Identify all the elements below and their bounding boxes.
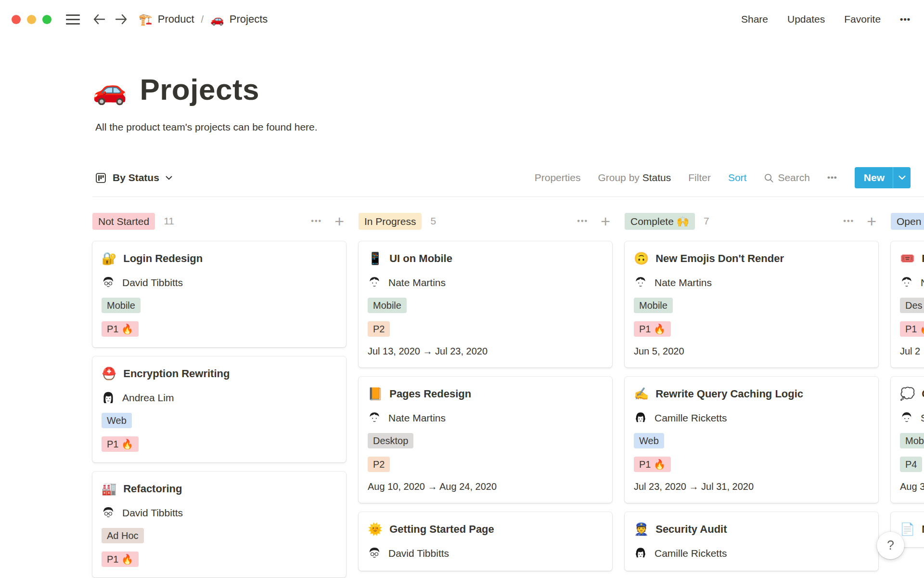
card-title-row: 📙Pages Redesign bbox=[368, 386, 603, 401]
card-title-text: N bbox=[922, 522, 924, 537]
toolbar-more-icon[interactable]: ••• bbox=[827, 173, 837, 183]
page-title: Projects bbox=[140, 71, 259, 108]
card-date-range: Jul 13, 2020 → Jul 23, 2020 bbox=[368, 346, 603, 357]
page-icon-car-emoji[interactable]: 🚗 bbox=[92, 76, 127, 104]
filter-button[interactable]: Filter bbox=[688, 172, 711, 184]
forward-arrow-icon[interactable] bbox=[115, 13, 128, 26]
search-label: Search bbox=[778, 172, 810, 184]
card-title-text: Pages Redesign bbox=[389, 386, 471, 401]
david-avatar bbox=[368, 547, 381, 560]
card-tag: P1 🔥 bbox=[900, 321, 924, 337]
column-cards: 🔐Login RedesignDavid TibbittsMobileP1 🔥⛑… bbox=[92, 241, 346, 578]
column-more-icon[interactable]: ••• bbox=[577, 217, 588, 225]
view-switcher[interactable]: By Status bbox=[95, 172, 172, 184]
card-assignee: N bbox=[900, 276, 924, 289]
project-card[interactable]: ⛑️Encryption RewritingAndrea LimWebP1 🔥 bbox=[92, 356, 346, 462]
card-tag-row: P1 🔥 bbox=[102, 543, 337, 567]
column-header: Open•••+ bbox=[891, 212, 924, 230]
assignee-name: Nate Martins bbox=[388, 412, 446, 424]
project-card[interactable]: 💭CSMobP4Aug 3 bbox=[891, 377, 924, 503]
column-cards: 🙃New Emojis Don't RenderNate MartinsMobi… bbox=[625, 241, 878, 571]
traffic-lights bbox=[12, 15, 51, 24]
column-add-card-icon[interactable]: + bbox=[334, 214, 344, 228]
project-card[interactable]: 👮Security AuditCamille Ricketts bbox=[625, 512, 878, 571]
card-tag-row: P1 🔥 bbox=[634, 313, 869, 337]
nate-avatar bbox=[368, 411, 381, 425]
sidebar-menu-icon[interactable] bbox=[66, 14, 80, 25]
card-tag-row: P4 bbox=[900, 448, 924, 472]
card-emoji-icon: 👮 bbox=[634, 523, 649, 535]
project-card[interactable]: 🌞Getting Started PageDavid Tibbitts bbox=[359, 512, 612, 571]
card-tag-row: P1 🔥 bbox=[634, 448, 869, 472]
card-title-text: Getting Started Page bbox=[389, 522, 494, 537]
new-button[interactable]: New bbox=[855, 167, 911, 188]
andrea-avatar bbox=[102, 391, 115, 405]
column-header: Complete 🙌7•••+ bbox=[625, 212, 878, 230]
card-title-row: 🎟️P bbox=[900, 251, 924, 266]
column-more-icon[interactable]: ••• bbox=[843, 217, 854, 225]
updates-button[interactable]: Updates bbox=[787, 13, 825, 25]
search-button[interactable]: Search bbox=[764, 172, 810, 184]
card-emoji-icon: 🌞 bbox=[368, 523, 383, 535]
card-title-row: 🔐Login Redesign bbox=[102, 251, 337, 266]
project-card[interactable]: ✍️Rewrite Query Caching LogicCamille Ric… bbox=[625, 377, 878, 503]
card-title-row: 👮Security Audit bbox=[634, 522, 869, 537]
breadcrumb-item-product[interactable]: 🏗️ Product bbox=[139, 13, 194, 26]
minimize-button[interactable] bbox=[27, 15, 36, 24]
project-card[interactable]: 🎟️PNDesP1 🔥Jul 2 bbox=[891, 241, 924, 368]
card-tag: Mob bbox=[900, 433, 924, 448]
card-tag: P2 bbox=[368, 321, 390, 337]
breadcrumb-item-projects[interactable]: 🚗 Projects bbox=[210, 13, 268, 26]
zoom-button[interactable] bbox=[42, 15, 51, 24]
card-emoji-icon: ✍️ bbox=[634, 388, 649, 400]
back-arrow-icon[interactable] bbox=[92, 13, 106, 26]
column-add-card-icon[interactable]: + bbox=[601, 214, 610, 228]
column-status-badge[interactable]: Complete 🙌 bbox=[625, 213, 695, 230]
column-cards: 📱UI on MobileNate MartinsMobileP2Jul 13,… bbox=[359, 241, 612, 571]
card-tag-row: P1 🔥 bbox=[102, 313, 337, 337]
card-tag-row: Mobile bbox=[368, 289, 603, 313]
card-emoji-icon: 🔐 bbox=[102, 252, 116, 264]
project-card[interactable]: 🏭RefactoringDavid TibbittsAd HocP1 🔥 bbox=[92, 472, 346, 578]
card-tag-row: Des bbox=[900, 289, 924, 313]
card-date-range: Aug 3 bbox=[900, 481, 924, 492]
assignee-name: Camille Ricketts bbox=[654, 548, 727, 559]
help-button[interactable]: ? bbox=[877, 532, 904, 559]
close-button[interactable] bbox=[12, 15, 21, 24]
assignee-name: Nate Martins bbox=[654, 277, 712, 289]
assignee-name: David Tibbitts bbox=[122, 277, 183, 289]
column-status-badge[interactable]: In Progress bbox=[359, 213, 422, 230]
card-date-range: Jul 2 bbox=[900, 346, 924, 357]
card-tag-row: P2 bbox=[368, 448, 603, 472]
card-emoji-icon: 📄 bbox=[900, 523, 915, 535]
card-assignee: Camille Ricketts bbox=[634, 411, 869, 425]
new-button-label: New bbox=[855, 172, 893, 184]
column-status-badge[interactable]: Open bbox=[891, 213, 924, 230]
project-card[interactable]: 📱UI on MobileNate MartinsMobileP2Jul 13,… bbox=[359, 241, 612, 368]
new-button-dropdown[interactable] bbox=[893, 175, 911, 180]
project-card[interactable]: 🔐Login RedesignDavid TibbittsMobileP1 🔥 bbox=[92, 241, 346, 347]
card-title-row: 🌞Getting Started Page bbox=[368, 522, 603, 537]
card-tag: Web bbox=[634, 433, 664, 448]
card-tag-row: Web bbox=[634, 425, 869, 448]
card-title-text: Refactoring bbox=[123, 481, 182, 496]
nate-avatar bbox=[634, 276, 647, 289]
board-column-open: Open•••+🎟️PNDesP1 🔥Jul 2💭CSMobP4Aug 3📄N bbox=[891, 212, 924, 556]
assignee-name: David Tibbitts bbox=[122, 507, 183, 519]
sort-button[interactable]: Sort bbox=[728, 172, 747, 184]
camille-avatar bbox=[634, 411, 647, 425]
column-status-badge[interactable]: Not Started bbox=[92, 213, 155, 230]
more-options-icon[interactable]: ••• bbox=[900, 14, 911, 25]
project-card[interactable]: 🙃New Emojis Don't RenderNate MartinsMobi… bbox=[625, 241, 878, 368]
card-tag: P1 🔥 bbox=[102, 321, 139, 337]
properties-button[interactable]: Properties bbox=[535, 172, 581, 184]
share-button[interactable]: Share bbox=[741, 13, 768, 25]
column-more-icon[interactable]: ••• bbox=[311, 217, 322, 225]
card-tag: P4 bbox=[900, 457, 922, 472]
group-by-button[interactable]: Group by Status bbox=[598, 172, 671, 184]
column-add-card-icon[interactable]: + bbox=[867, 214, 876, 228]
project-card[interactable]: 📙Pages RedesignNate MartinsDesktopP2Aug … bbox=[359, 377, 612, 503]
board-view-icon bbox=[95, 172, 106, 184]
card-emoji-icon: 💭 bbox=[900, 388, 915, 400]
favorite-button[interactable]: Favorite bbox=[844, 13, 881, 25]
